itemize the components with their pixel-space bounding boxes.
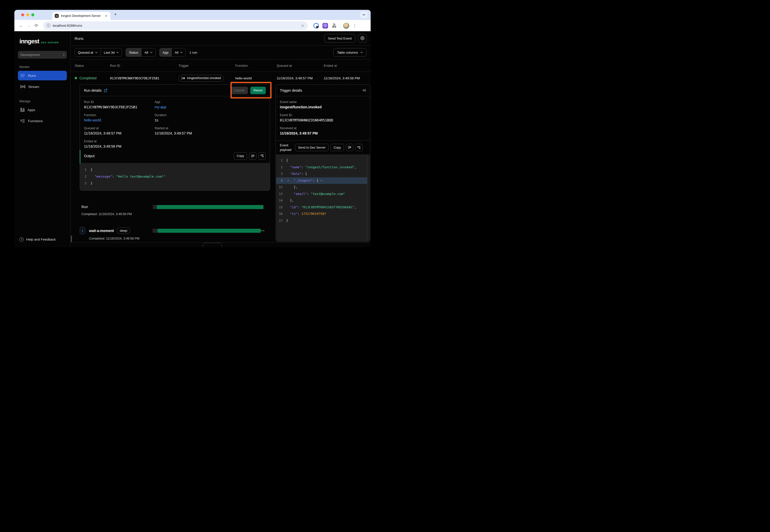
output-copy-button[interactable]: Copy [234, 152, 247, 160]
field-received-at: Received at 11/16/2024, 3:49:57 PM [280, 126, 366, 135]
step-type-badge: sleep [117, 227, 130, 234]
sidebar-item-stream[interactable]: Stream [18, 82, 67, 91]
event-payload-code-block: 1{ 2 "name": "inngest/function.invoked",… [276, 154, 370, 241]
event-payload-header: Event payload Send to Dev Server Copy [276, 141, 370, 154]
back-icon[interactable]: ← [17, 23, 25, 28]
app-link[interactable]: my-app [154, 105, 266, 109]
payload-word-wrap-button[interactable] [346, 144, 353, 151]
sidebar-item-apps[interactable]: Apps [18, 105, 67, 115]
site-info-icon[interactable]: ⓘ [47, 23, 50, 28]
help-question-icon: ? [19, 237, 24, 242]
url-text[interactable]: localhost:8288/runs [53, 24, 299, 27]
functions-list-icon [20, 119, 25, 123]
environment-select[interactable]: Development ▴▾ [18, 51, 67, 59]
new-tab-button[interactable]: + [114, 12, 117, 17]
function-link[interactable]: hello-world [84, 118, 154, 122]
collapse-panel-icon[interactable] [362, 89, 366, 92]
send-test-event-button[interactable]: Send Test Event [324, 34, 356, 43]
sidebar-item-label: Functions [28, 119, 43, 123]
field-duration: Duration 1s [154, 113, 266, 122]
address-bar[interactable]: ⓘ localhost:8288/runs ☆ [43, 21, 308, 30]
send-to-dev-server-button[interactable]: Send to Dev Server [295, 144, 329, 151]
col-function: Function [235, 64, 277, 68]
inngest-dev-server-app: inngest DEV SERVER Development ▴▾ Monito… [14, 31, 371, 247]
trigger-details-card: Trigger details Event name inngest/funct… [276, 84, 370, 242]
run-table-row[interactable]: Completed 01JCVBTMV3WXY9D3CFDEJFZSB1 inn… [71, 72, 371, 84]
sidebar-item-functions[interactable]: Functions [18, 116, 67, 126]
sidebar-item-label: Runs [28, 74, 36, 78]
filter-bar: Queued at Last 3d Status All [71, 46, 371, 59]
forward-icon[interactable]: → [25, 23, 32, 28]
tab-search-chevron-icon[interactable] [360, 11, 368, 18]
trigger-details-title: Trigger details [280, 88, 302, 92]
runs-list-icon [20, 74, 25, 77]
app-filter-label: App [159, 48, 171, 56]
code-line: 16 "ts": 1731790197587 [276, 211, 370, 217]
bookmark-star-icon[interactable]: ☆ [301, 23, 304, 28]
sidebar-item-runs[interactable]: Runs [18, 71, 67, 80]
app-filter-dropdown[interactable]: All [171, 48, 185, 56]
settings-button[interactable] [358, 34, 367, 43]
code-line: 12 }, [276, 184, 370, 191]
browser-menu-icon[interactable]: ⋮ [353, 23, 357, 28]
reload-icon[interactable]: ⟳ [32, 23, 40, 28]
field-ended-at: Ended at 11/16/2024, 3:49:58 PM [84, 140, 154, 148]
code-line: 15 "id": "01JCVBTMTKR41S8STTKEXSKX6C", [276, 204, 370, 211]
trigger-details-header: Trigger details [276, 85, 370, 96]
browser-tab-strip: Inngest Development Server × + [14, 10, 371, 20]
scrollbar-thumb[interactable] [71, 236, 72, 242]
help-and-feedback[interactable]: ? Help and Feedback [18, 237, 67, 242]
profile-avatar[interactable] [343, 23, 349, 29]
code-line: 13 "email": "test@example.com" [276, 191, 370, 197]
time-range-dropdown[interactable]: Last 3d [101, 48, 122, 56]
password-manager-extension-icon[interactable] [313, 23, 319, 28]
status-filter: Status All [125, 48, 155, 57]
extensions-puzzle-icon[interactable] [332, 23, 336, 28]
run-timeline: Run Completed: 11/16/2024, 3:49:58 PM › … [80, 205, 270, 240]
word-wrap-button[interactable] [249, 152, 257, 160]
rerun-button[interactable]: Rerun [250, 87, 266, 94]
time-field-label: Queued at [78, 51, 93, 54]
time-field-dropdown[interactable]: Queued at [75, 48, 101, 56]
chevron-down-icon [180, 52, 182, 53]
col-trigger: Trigger [178, 64, 235, 68]
timeline-queue-segment [153, 205, 157, 209]
payload-copy-button[interactable]: Copy [331, 144, 344, 151]
collapsed-ellipsis[interactable]: ⋯ [320, 177, 323, 184]
timeline-step-row[interactable]: › wait-a-moment sleep [80, 227, 270, 234]
close-tab-icon[interactable]: × [104, 14, 108, 18]
minimize-window-button[interactable] [26, 13, 29, 16]
inngest-logo: inngest [19, 38, 39, 45]
scroll-to-bottom-button[interactable] [259, 152, 266, 160]
trigger-badge[interactable]: inngest/function.invoked [178, 75, 224, 82]
code-line: 3 "data": { [276, 171, 370, 177]
function-cell: hello-world [235, 76, 277, 80]
timeline-run-row[interactable]: Run [80, 205, 270, 209]
field-app: App my-app [154, 100, 266, 109]
open-external-icon[interactable] [104, 89, 107, 92]
payload-scroll-to-bottom-button[interactable] [355, 144, 363, 151]
expand-step-button[interactable]: › [80, 227, 85, 234]
output-header: Output Copy [84, 150, 266, 161]
collapse-chevron-icon[interactable]: › [287, 177, 289, 184]
maximize-window-button[interactable] [31, 13, 34, 16]
field-started-at: Started at 11/16/2024, 3:49:57 PM [154, 126, 266, 135]
step-name: wait-a-moment [89, 229, 114, 233]
browser-tab[interactable]: Inngest Development Server × [52, 12, 110, 20]
status-filter-dropdown[interactable]: All [141, 48, 155, 56]
code-line: 14 }, [276, 197, 370, 204]
collapsed-code-line[interactable]: 4› "_inngest": { ⋯ [276, 177, 367, 184]
app-filter-value: All [175, 51, 178, 54]
bottom-divider [71, 242, 371, 243]
timeline-run-completed: Completed: 11/16/2024, 3:49:58 PM [80, 212, 270, 216]
apps-grid-icon [20, 108, 24, 112]
step-queue-segment [152, 229, 157, 233]
cancel-button[interactable]: Cancel [231, 87, 248, 94]
load-more-button[interactable] [203, 243, 222, 247]
table-columns-button[interactable]: Table columns [333, 48, 367, 57]
timeline-run-bar[interactable] [157, 205, 264, 209]
close-window-button[interactable] [21, 13, 24, 16]
logo-row: inngest DEV SERVER [19, 38, 65, 45]
browser-extension-icon[interactable] [323, 23, 328, 28]
step-bar[interactable] [157, 229, 261, 233]
